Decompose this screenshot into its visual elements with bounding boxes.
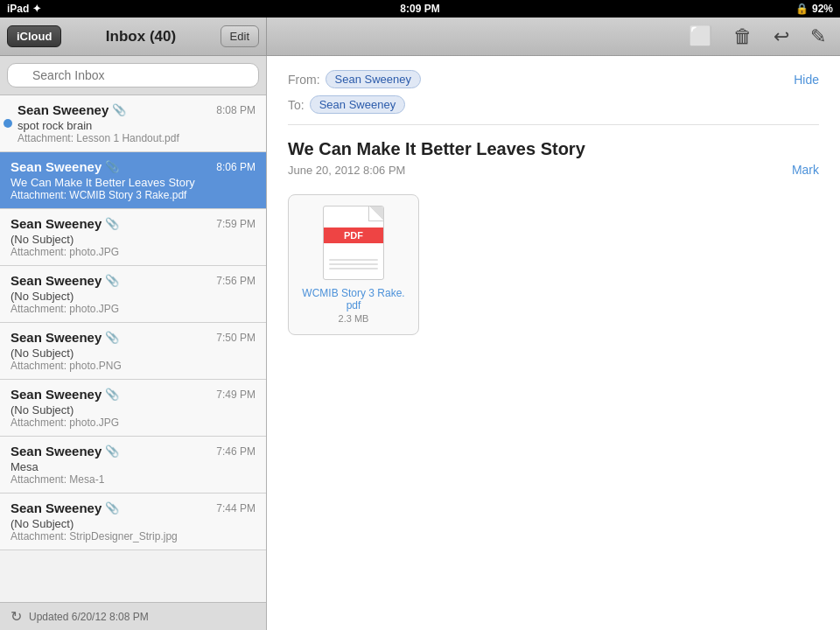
status-time: 8:09 PM — [400, 3, 439, 15]
attachment-name: WCMIB Story 3 Rake.pdf — [299, 287, 408, 312]
email-date: June 20, 2012 8:06 PM — [288, 164, 405, 177]
mail-subject: (No Subject) — [10, 290, 256, 303]
mail-time: 8:08 PM — [216, 104, 256, 116]
attachment-icon: 📎 — [105, 388, 119, 401]
mark-link[interactable]: Mark — [792, 163, 819, 177]
attachment-icon: 📎 — [105, 331, 119, 344]
update-text: Updated 6/20/12 8:08 PM — [29, 611, 149, 623]
compose-icon[interactable]: ⬜ — [689, 25, 712, 48]
attachment-area: PDF WCMIB Story 3 Rake.pdf 2.3 MB — [288, 194, 819, 335]
mail-time: 7:56 PM — [216, 275, 256, 287]
status-left: iPad ✦ — [7, 3, 41, 15]
sidebar-footer: ↻ Updated 6/20/12 8:08 PM — [0, 602, 266, 630]
sender-name: Sean Sweeney 📎 — [10, 330, 119, 345]
mail-preview: Attachment: photo.JPG — [10, 246, 256, 258]
email-date-row: June 20, 2012 8:06 PM Mark — [288, 163, 819, 177]
hide-link[interactable]: Hide — [794, 73, 819, 87]
attachment-icon: 📎 — [105, 274, 119, 287]
battery-level: 92% — [812, 3, 833, 15]
mail-time: 7:59 PM — [216, 218, 256, 230]
mail-time: 7:46 PM — [216, 445, 256, 458]
attachment-card[interactable]: PDF WCMIB Story 3 Rake.pdf 2.3 MB — [288, 194, 419, 335]
sender-name: Sean Sweeney 📎 — [10, 273, 119, 288]
lock-icon: 🔒 — [795, 3, 808, 15]
pdf-type-label: PDF — [324, 228, 383, 243]
mail-preview: Attachment: Mesa-1 — [10, 473, 256, 486]
attachment-icon: 📎 — [105, 501, 119, 514]
attachment-icon: 📎 — [105, 217, 119, 230]
mail-subject: We Can Make It Better Leaves Story — [10, 176, 256, 189]
list-item[interactable]: Sean Sweeney 📎 8:06 PM We Can Make It Be… — [0, 152, 266, 209]
list-item[interactable]: Sean Sweeney 📎 7:56 PM (No Subject) Atta… — [0, 266, 266, 323]
inbox-title: Inbox (40) — [68, 28, 213, 46]
attachment-icon: 📎 — [105, 160, 119, 173]
icloud-button[interactable]: iCloud — [7, 25, 61, 47]
mail-subject: Mesa — [10, 460, 256, 473]
sender-name: Sean Sweeney 📎 — [18, 102, 126, 117]
mail-subject: (No Subject) — [10, 517, 256, 530]
attachment-icon: 📎 — [105, 444, 119, 458]
mail-preview: Attachment: WCMIB Story 3 Rake.pdf — [10, 189, 256, 201]
attachment-size: 2.3 MB — [299, 313, 408, 324]
mail-preview: Attachment: StripDesigner_Strip.jpg — [10, 530, 256, 542]
list-item[interactable]: Sean Sweeney 📎 7:49 PM (No Subject) Atta… — [0, 380, 266, 437]
detail-panel: From: Sean Sweeney Hide To: Sean Sweeney… — [267, 56, 840, 630]
app: iCloud Inbox (40) Edit ⬜ 🗑 ↩ ✎ 🔍 — [0, 18, 840, 630]
sender-name: Sean Sweeney 📎 — [10, 159, 119, 174]
sender-name: Sean Sweeney 📎 — [10, 216, 119, 231]
mail-time: 7:49 PM — [216, 388, 256, 401]
from-label: From: — [288, 73, 320, 87]
mail-preview: Attachment: photo.PNG — [10, 360, 256, 372]
from-row: From: Sean Sweeney Hide — [288, 70, 819, 88]
content: 🔍 Sean Sweeney 📎 8:08 PM spot rock b — [0, 56, 840, 630]
search-input[interactable] — [7, 63, 259, 88]
pdf-lines — [329, 259, 378, 272]
sender-name: Sean Sweeney 📎 — [10, 444, 119, 458]
mail-subject: (No Subject) — [10, 403, 256, 416]
pdf-page: PDF — [323, 206, 384, 280]
to-row: To: Sean Sweeney — [288, 95, 819, 114]
mail-time: 8:06 PM — [216, 161, 256, 173]
mail-time: 7:50 PM — [216, 332, 256, 344]
email-header: From: Sean Sweeney Hide To: Sean Sweeney — [288, 70, 819, 125]
sidebar: 🔍 Sean Sweeney 📎 8:08 PM spot rock b — [0, 56, 267, 630]
sender-name: Sean Sweeney 📎 — [10, 500, 119, 515]
detail-toolbar: ⬜ 🗑 ↩ ✎ — [267, 18, 840, 56]
edit-button[interactable]: Edit — [220, 25, 259, 47]
mail-preview: Attachment: photo.JPG — [10, 416, 256, 429]
mail-preview: Attachment: photo.JPG — [10, 303, 256, 315]
refresh-icon[interactable]: ↻ — [10, 608, 22, 625]
list-item[interactable]: Sean Sweeney 📎 7:50 PM (No Subject) Atta… — [0, 323, 266, 380]
search-bar: 🔍 — [0, 56, 266, 95]
status-bar: iPad ✦ 8:09 PM 🔒 92% — [0, 0, 840, 18]
attachment-icon: 📎 — [112, 103, 126, 116]
list-item[interactable]: Sean Sweeney 📎 7:44 PM (No Subject) Atta… — [0, 494, 266, 550]
trash-icon[interactable]: 🗑 — [733, 25, 752, 48]
sidebar-toolbar: iCloud Inbox (40) Edit — [0, 18, 267, 56]
mail-subject: spot rock brain — [18, 119, 256, 132]
reply-icon[interactable]: ↩ — [774, 25, 789, 48]
to-recipient-pill[interactable]: Sean Sweeney — [310, 95, 405, 114]
to-label: To: — [288, 98, 304, 112]
mail-subject: (No Subject) — [10, 346, 256, 360]
new-message-icon[interactable]: ✎ — [810, 25, 826, 48]
email-subject: We Can Make It Better Leaves Story — [288, 139, 819, 159]
list-item[interactable]: Sean Sweeney 📎 7:59 PM (No Subject) Atta… — [0, 209, 266, 266]
from-sender-pill[interactable]: Sean Sweeney — [326, 70, 421, 88]
list-item[interactable]: Sean Sweeney 📎 8:08 PM spot rock brain A… — [0, 95, 266, 152]
sender-name: Sean Sweeney 📎 — [10, 387, 119, 402]
pdf-icon: PDF — [323, 206, 384, 280]
toolbar: iCloud Inbox (40) Edit ⬜ 🗑 ↩ ✎ — [0, 18, 840, 56]
mail-preview: Attachment: Lesson 1 Handout.pdf — [18, 132, 256, 144]
mail-list: Sean Sweeney 📎 8:08 PM spot rock brain A… — [0, 95, 266, 602]
network-icon: iPad ✦ — [7, 3, 41, 15]
mail-time: 7:44 PM — [216, 502, 256, 514]
unread-dot — [4, 119, 12, 128]
mail-subject: (No Subject) — [10, 233, 256, 246]
status-right: 🔒 92% — [795, 3, 833, 15]
list-item[interactable]: Sean Sweeney 📎 7:46 PM Mesa Attachment: … — [0, 437, 266, 494]
